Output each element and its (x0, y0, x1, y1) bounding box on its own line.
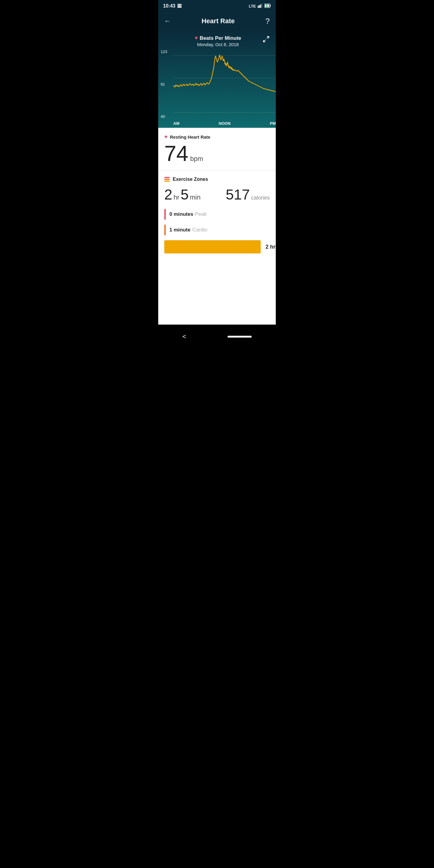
exercise-zones-icon (164, 177, 170, 182)
cardio-label: Cardio (192, 227, 207, 233)
spacer (158, 264, 276, 324)
x-label-am: AM (173, 121, 179, 126)
calories-unit: calories (251, 195, 270, 201)
peak-zone-info: 0 minutes Peak (169, 211, 207, 217)
fat-burn-label: 2 hr 4 min Fat Burn (266, 244, 276, 250)
y-label-mid: 81 (161, 82, 171, 87)
chart-title-block: ♥ Beats Per Minute Monday, Oct 8, 2018 (173, 35, 262, 47)
svg-rect-1 (259, 5, 260, 8)
chart-svg: AM NOON PM (173, 50, 276, 128)
y-label-high: 123 (161, 50, 171, 54)
chart-section: ♥ Beats Per Minute Monday, Oct 8, 2018 1… (158, 30, 276, 128)
heart-icon-red: ♥ (195, 35, 198, 41)
back-button[interactable]: ← (164, 17, 171, 25)
peak-zone-indicator (164, 209, 166, 220)
time-label: 10:43 (163, 3, 176, 9)
svg-rect-7 (267, 4, 267, 7)
content-area: ♥ Resting Heart Rate 74 bpm Exercise Zon… (158, 128, 276, 264)
resting-value: 74 bpm (164, 143, 270, 164)
chart-metric-label: ♥ Beats Per Minute (173, 35, 262, 41)
fat-burn-time: 2 hr 4 min (266, 244, 276, 250)
exercise-title: Exercise Zones (173, 177, 208, 182)
chart-date: Monday, Oct 8, 2018 (173, 42, 262, 47)
y-label-low: 40 (161, 114, 171, 119)
status-bar: 10:43 🖼 LTE (158, 0, 276, 12)
resting-section: ♥ Resting Heart Rate 74 bpm (158, 128, 276, 170)
exercise-stats: 2 hr 5 min 517 calories (164, 186, 270, 203)
svg-line-8 (267, 36, 269, 38)
resting-unit: bpm (190, 155, 203, 163)
resting-number: 74 (164, 143, 188, 164)
signal-icon (258, 4, 262, 9)
nav-bar: < (158, 324, 276, 349)
svg-rect-3 (261, 4, 262, 8)
svg-rect-6 (270, 5, 271, 7)
exercise-min-value: 5 (181, 186, 189, 203)
svg-rect-0 (258, 6, 258, 8)
chart-y-labels: 123 81 40 (158, 50, 173, 119)
exercise-calories: 517 calories (226, 186, 270, 203)
photo-icon: 🖼 (177, 4, 181, 8)
status-right: LTE (249, 4, 271, 9)
expand-button[interactable] (262, 36, 270, 44)
heart-rate-chart: 123 81 40 AM NOON PM (158, 50, 276, 128)
exercise-hr-unit: hr (174, 193, 180, 201)
status-time: 10:43 🖼 (163, 3, 181, 9)
fat-burn-bar (164, 240, 261, 253)
calories-value: 517 (226, 186, 250, 203)
svg-rect-2 (260, 4, 261, 8)
nav-back-button[interactable]: < (182, 333, 186, 341)
network-label: LTE (249, 4, 256, 8)
cardio-zone-info: 1 minute Cardio (169, 227, 207, 233)
exercise-section: Exercise Zones 2 hr 5 min 517 calories 0… (158, 170, 276, 264)
exercise-hr-value: 2 (164, 186, 173, 203)
zone-row-fat-burn: 2 hr 4 min Fat Burn (164, 240, 270, 253)
cardio-zone-indicator (164, 224, 166, 236)
peak-minutes: 0 minutes (169, 211, 193, 217)
battery-icon (264, 4, 271, 9)
nav-home-pill[interactable] (227, 336, 252, 338)
help-button[interactable]: ? (266, 17, 270, 26)
zone-row-cardio: 1 minute Cardio (164, 224, 270, 236)
exercise-min-unit: min (190, 193, 200, 201)
exercise-time: 2 hr 5 min (164, 186, 200, 203)
page-title: Heart Rate (202, 17, 235, 25)
chart-x-labels: AM NOON PM (173, 120, 276, 129)
page-header: ← Heart Rate ? (158, 12, 276, 30)
x-label-pm: PM (270, 121, 276, 126)
x-label-noon: NOON (219, 121, 230, 126)
zone-row-peak: 0 minutes Peak (164, 209, 270, 220)
exercise-header: Exercise Zones (164, 177, 270, 182)
resting-heart-icon: ♥ (164, 134, 167, 140)
svg-line-9 (264, 40, 266, 42)
cardio-minutes: 1 minute (169, 227, 190, 233)
resting-label: ♥ Resting Heart Rate (164, 134, 270, 140)
peak-label: Peak (195, 211, 207, 217)
chart-header: ♥ Beats Per Minute Monday, Oct 8, 2018 (158, 35, 276, 50)
